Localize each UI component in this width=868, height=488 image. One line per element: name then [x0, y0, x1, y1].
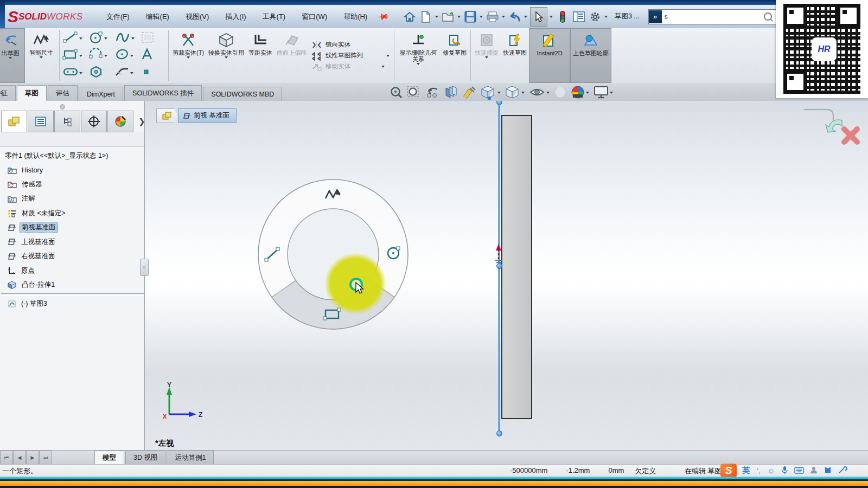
rollback-bar[interactable] [1, 293, 144, 296]
ellipse-tool-button[interactable] [114, 48, 130, 63]
ellipse-tool-caret[interactable] [130, 55, 133, 59]
slot-tool-caret[interactable] [79, 72, 82, 76]
repair-sketch-button[interactable]: 修复草图 [441, 28, 469, 83]
quick-snaps-caret[interactable] [485, 56, 488, 60]
tree-item-sketch3[interactable]: (-) 草图3 [0, 297, 144, 311]
cancel-sketch-icon[interactable] [844, 129, 857, 142]
offset-entities-button[interactable]: 等距实体 [246, 28, 275, 83]
mouse-gesture-wheel[interactable] [257, 178, 409, 331]
display-delete-relations-caret[interactable] [417, 63, 420, 67]
polygon-tool-button[interactable] [88, 65, 104, 80]
apply-scene-caret[interactable] [586, 92, 589, 95]
property-manager-tab[interactable] [28, 111, 54, 132]
sogou-ime-icon[interactable]: S [720, 464, 737, 478]
fillet-tool-caret[interactable] [130, 72, 133, 76]
previous-view-button[interactable] [424, 86, 439, 98]
rapid-sketch-button[interactable]: 快速草图 [501, 28, 529, 83]
home-button[interactable] [403, 9, 417, 25]
spline-tool-caret[interactable] [131, 37, 135, 41]
view-settings-button[interactable] [593, 86, 614, 99]
options-caret[interactable] [604, 16, 608, 20]
save-button[interactable] [463, 9, 477, 25]
apply-scene-button[interactable] [571, 85, 590, 99]
section-view-button[interactable] [443, 86, 457, 99]
tab-mbd[interactable]: SOLIDWORKS MBD [203, 87, 282, 101]
next-tab-button[interactable]: ▶ [26, 451, 39, 465]
trim-entities-button[interactable]: 剪裁实体(T) [170, 28, 206, 83]
arc-tool-button[interactable] [88, 48, 104, 63]
search-box[interactable]: » s [648, 9, 777, 24]
mirror-entities-button[interactable]: 镜向实体 [311, 41, 390, 49]
active-document-label[interactable]: 草图3 ... [615, 12, 640, 21]
menu-help[interactable]: 帮助(H) [342, 10, 368, 23]
menu-tools[interactable]: 工具(T) [261, 10, 287, 23]
menu-view[interactable]: 视图(V) [184, 10, 210, 23]
ime-language-toggle[interactable]: 英 [742, 466, 750, 476]
ime-mic-icon[interactable] [782, 466, 788, 476]
spline-tool-button[interactable] [114, 31, 131, 46]
new-file-caret[interactable] [435, 16, 438, 20]
panel-tabs-overflow-chevron[interactable]: ❯ [138, 117, 145, 126]
tab-features[interactable]: 特征 [0, 85, 16, 101]
tab-addins[interactable]: SOLIDWORKS 插件 [124, 85, 202, 101]
new-file-button[interactable] [419, 9, 433, 25]
rectangle-tool-button[interactable] [62, 48, 79, 63]
print-caret[interactable] [502, 16, 505, 20]
search-icon[interactable] [764, 12, 772, 21]
display-delete-relations-button[interactable]: 显示/删除几何关系 [396, 28, 441, 83]
configuration-manager-tab[interactable] [54, 111, 80, 132]
select-tool-button[interactable] [530, 7, 547, 27]
view-orientation-caret[interactable] [497, 92, 501, 95]
tab-sketch[interactable]: 草图 [17, 85, 47, 101]
panel-splitter-handle[interactable]: ○ [140, 259, 149, 276]
ime-punctuation-icon[interactable]: ’, [757, 467, 761, 475]
convert-entities-button[interactable]: 转换实体引用 [206, 28, 246, 83]
sketch-endpoint-bottom[interactable] [496, 431, 502, 436]
smart-dimension-button[interactable]: 智能尺寸 [25, 28, 58, 83]
hide-show-items-button[interactable] [529, 86, 550, 98]
select-tool-caret[interactable] [550, 16, 553, 20]
open-file-caret[interactable] [457, 16, 461, 20]
view-settings-caret[interactable] [610, 92, 613, 95]
search-command-icon[interactable]: » [649, 10, 662, 23]
feature-tree-tab[interactable] [1, 111, 27, 132]
print-button[interactable] [486, 9, 500, 25]
display-pane-button[interactable] [572, 9, 586, 25]
tab-dimxpert[interactable]: DimXpert [79, 87, 123, 101]
circle-tool-button[interactable] [88, 31, 104, 46]
last-tab-button[interactable]: ⏭ [39, 451, 52, 465]
save-caret[interactable] [480, 16, 483, 20]
instant2d-button[interactable]: Instant2D [529, 28, 570, 83]
prev-tab-button[interactable]: ◀ [13, 451, 26, 465]
menu-file[interactable]: 文件(F) [105, 10, 131, 23]
dimxpert-manager-tab[interactable] [81, 111, 107, 132]
linear-pattern-button[interactable]: 线性草图阵列 [311, 52, 390, 60]
display-style-caret[interactable] [521, 92, 525, 95]
options-gear-button[interactable] [588, 9, 602, 25]
panel-drag-handle[interactable] [60, 104, 65, 110]
tree-item-annotations[interactable]: A 注解 [0, 192, 144, 207]
tree-item-boss-extrude[interactable]: 凸台-拉伸1 [0, 278, 144, 293]
tree-item-sensors[interactable]: 传感器 [0, 177, 144, 192]
circle-tool-caret[interactable] [104, 37, 107, 41]
3d-views-tab[interactable]: 3D 视图 [125, 451, 165, 465]
tree-item-origin[interactable]: 原点 [0, 264, 144, 278]
sketch-tools-button[interactable] [461, 86, 476, 99]
ime-skin-icon[interactable] [824, 466, 832, 475]
tree-item-top-plane[interactable]: 上视基准面 [0, 235, 144, 249]
point-tool-button[interactable] [141, 66, 151, 79]
sketch-endpoint-top[interactable] [496, 101, 502, 105]
tree-item-material[interactable]: 材质 <未指定> [0, 206, 144, 221]
panel-filter-row[interactable] [0, 132, 144, 147]
performance-indicator-icon[interactable] [556, 9, 570, 25]
rectangle-tool-caret[interactable] [79, 55, 82, 59]
line-tool-button[interactable] [62, 31, 79, 46]
part-breadcrumb-icon[interactable] [156, 108, 178, 123]
graphics-viewport[interactable]: 前视 基准面 [144, 101, 868, 450]
menu-edit[interactable]: 编辑(E) [145, 10, 170, 23]
slot-tool-button[interactable] [62, 66, 79, 80]
linear-pattern-caret[interactable] [386, 55, 390, 59]
zoom-to-area-button[interactable] [406, 86, 420, 99]
menu-insert[interactable]: 插入(I) [224, 10, 247, 23]
smart-dimension-caret[interactable] [40, 56, 43, 60]
